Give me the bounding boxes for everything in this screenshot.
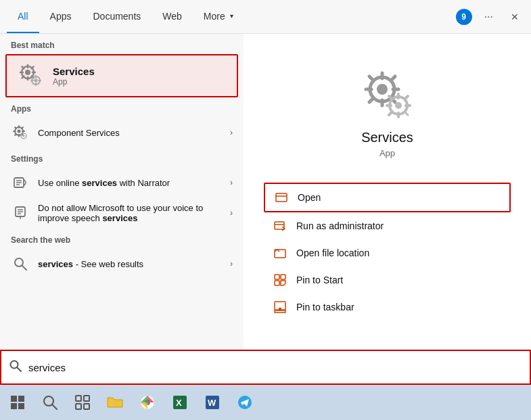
svg-rect-64 bbox=[275, 275, 279, 279]
services-icon-large bbox=[18, 62, 45, 89]
web-section-label: Search the web bbox=[0, 229, 244, 249]
narrator-icon bbox=[11, 173, 30, 192]
action-pin-start-label: Pin to Start bbox=[296, 275, 343, 285]
web-search-label: services - See web results bbox=[38, 259, 230, 269]
file-location-icon bbox=[272, 245, 288, 261]
svg-text:X: X bbox=[176, 398, 182, 408]
svg-rect-66 bbox=[275, 281, 279, 285]
best-match-text: Services App bbox=[53, 66, 95, 87]
list-item-voice[interactable]: Do not allow Microsoft to use your voice… bbox=[0, 197, 244, 229]
action-pin-taskbar[interactable]: Pin to taskbar bbox=[264, 294, 511, 321]
run-admin-icon bbox=[272, 218, 288, 234]
svg-rect-74 bbox=[18, 403, 24, 409]
right-panel: Services App Open bbox=[244, 34, 531, 350]
list-item-component-services[interactable]: Component Services › bbox=[0, 118, 244, 147]
more-options-button[interactable]: ··· bbox=[479, 8, 499, 26]
pin-start-icon bbox=[272, 272, 288, 288]
tab-documents[interactable]: Documents bbox=[82, 0, 152, 33]
tabs-right: 9 ··· ✕ bbox=[456, 8, 524, 26]
file-explorer-button[interactable] bbox=[100, 388, 130, 417]
search-panel: All Apps Documents Web More ▾ 9 ··· ✕ bbox=[0, 0, 531, 420]
svg-rect-68 bbox=[275, 310, 285, 312]
search-input[interactable] bbox=[28, 362, 522, 373]
svg-point-40 bbox=[377, 84, 388, 95]
svg-line-56 bbox=[405, 112, 408, 115]
svg-point-11 bbox=[34, 79, 38, 83]
svg-text:W: W bbox=[208, 398, 216, 408]
action-file-location-label: Open file location bbox=[296, 248, 369, 258]
arrow-icon: › bbox=[230, 178, 233, 187]
svg-line-58 bbox=[389, 112, 392, 115]
list-item-narrator[interactable]: Use online services with Narrator › bbox=[0, 168, 244, 197]
svg-line-55 bbox=[389, 96, 392, 99]
svg-point-27 bbox=[23, 135, 25, 137]
arrow-icon: › bbox=[230, 128, 233, 137]
action-open[interactable]: Open bbox=[264, 183, 511, 212]
task-view-button[interactable] bbox=[68, 388, 97, 417]
action-run-admin[interactable]: Run as administrator bbox=[264, 212, 511, 239]
app-info: Services App bbox=[257, 47, 517, 172]
svg-rect-77 bbox=[76, 396, 81, 401]
component-services-icon bbox=[11, 123, 30, 142]
action-file-location[interactable]: Open file location bbox=[264, 239, 511, 266]
taskbar: X W bbox=[0, 385, 531, 420]
tab-apps[interactable]: Apps bbox=[39, 0, 83, 33]
svg-line-48 bbox=[369, 98, 373, 102]
chevron-down-icon: ▾ bbox=[230, 12, 233, 20]
app-icon-large bbox=[361, 68, 415, 122]
search-bar bbox=[0, 350, 531, 385]
svg-rect-79 bbox=[76, 404, 81, 409]
svg-line-70 bbox=[17, 367, 21, 371]
svg-rect-65 bbox=[281, 275, 285, 279]
tab-web[interactable]: Web bbox=[152, 0, 193, 33]
left-panel: Best match bbox=[0, 34, 244, 350]
start-button[interactable] bbox=[3, 388, 32, 417]
right-app-subtitle: App bbox=[379, 148, 395, 158]
svg-rect-61 bbox=[275, 222, 284, 229]
list-item-web-search[interactable]: services - See web results › bbox=[0, 249, 244, 279]
chrome-button[interactable] bbox=[133, 388, 162, 417]
action-pin-taskbar-label: Pin to taskbar bbox=[296, 302, 354, 312]
close-button[interactable]: ✕ bbox=[505, 9, 524, 25]
svg-rect-73 bbox=[11, 403, 17, 409]
svg-point-17 bbox=[18, 130, 21, 133]
search-taskbar-button[interactable] bbox=[35, 388, 65, 417]
telegram-button[interactable] bbox=[230, 388, 260, 417]
tab-more[interactable]: More ▾ bbox=[193, 0, 244, 33]
svg-line-45 bbox=[369, 76, 373, 80]
svg-line-38 bbox=[22, 266, 26, 270]
tabs-bar: All Apps Documents Web More ▾ 9 ··· ✕ bbox=[0, 0, 531, 34]
excel-button[interactable]: X bbox=[165, 388, 195, 417]
main-content: Best match bbox=[0, 34, 531, 350]
best-match-item[interactable]: Services App bbox=[5, 54, 238, 97]
settings-section-label: Settings bbox=[0, 147, 244, 168]
best-match-subtitle: App bbox=[53, 77, 95, 87]
svg-line-25 bbox=[15, 134, 16, 135]
svg-point-37 bbox=[15, 258, 23, 266]
apps-section-label: Apps bbox=[0, 97, 244, 118]
open-icon bbox=[273, 189, 290, 206]
component-services-label: Component Services bbox=[38, 128, 230, 138]
svg-point-1 bbox=[25, 70, 30, 75]
voice-icon bbox=[11, 204, 30, 223]
word-button[interactable]: W bbox=[198, 388, 227, 417]
search-bar-icon bbox=[9, 360, 22, 375]
svg-rect-78 bbox=[84, 396, 89, 401]
right-actions: Open Run as administrator bbox=[257, 183, 517, 321]
svg-point-50 bbox=[395, 102, 402, 109]
notification-badge: 9 bbox=[456, 9, 472, 25]
action-pin-start[interactable]: Pin to Start bbox=[264, 266, 511, 294]
pin-taskbar-icon bbox=[272, 299, 288, 315]
svg-rect-71 bbox=[11, 396, 17, 402]
best-match-label: Best match bbox=[0, 34, 244, 54]
action-open-label: Open bbox=[298, 192, 321, 203]
arrow-icon-web: › bbox=[230, 259, 233, 269]
best-match-title: Services bbox=[53, 66, 95, 77]
svg-rect-59 bbox=[276, 193, 287, 202]
tab-all[interactable]: All bbox=[7, 0, 39, 33]
svg-line-57 bbox=[405, 96, 408, 99]
svg-line-47 bbox=[391, 76, 395, 80]
action-run-admin-label: Run as administrator bbox=[296, 220, 384, 231]
voice-label: Do not allow Microsoft to use your voice… bbox=[38, 203, 230, 223]
narrator-label: Use online services with Narrator bbox=[38, 178, 230, 188]
